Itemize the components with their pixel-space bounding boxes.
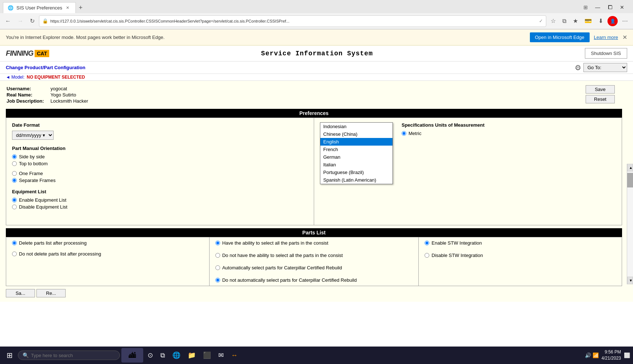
- enable-stw-label: Enable STW Integration: [431, 240, 482, 246]
- search-input[interactable]: [31, 353, 104, 358]
- bottom-save-button[interactable]: Sa...: [6, 289, 35, 297]
- taskbar-search[interactable]: 🔍: [18, 351, 120, 360]
- scroll-down-button[interactable]: ▼: [627, 277, 633, 284]
- realname-label: Real Name:: [7, 92, 50, 98]
- auto-select-ccr-label: Automatically select parts for Caterpill…: [222, 265, 342, 270]
- learn-more-link[interactable]: Learn more: [594, 35, 618, 40]
- one-frame-label: One Frame: [19, 171, 43, 176]
- delete-parts-option[interactable]: Delete parts list after processing: [12, 240, 203, 246]
- language-option-chinese[interactable]: Chinese (China): [320, 130, 392, 138]
- download-icon[interactable]: ⬇: [596, 16, 605, 26]
- language-dropdown[interactable]: Indonesian Chinese (China) English Frenc…: [320, 122, 393, 184]
- enable-stw-option[interactable]: Enable STW Integration: [425, 240, 616, 246]
- taskbar-right: 🔊 📶 9:56 PM 4/21/2023 ⬜: [585, 349, 630, 361]
- close-window-button[interactable]: ✕: [617, 3, 627, 12]
- auto-select-ccr-option[interactable]: Automatically select parts for Caterpill…: [215, 265, 413, 270]
- frame-radio-group: One Frame Separate Frames: [12, 171, 308, 183]
- model-back-link[interactable]: ◄ Model:: [6, 75, 24, 80]
- change-product-link[interactable]: Change Product/Part Configuration: [6, 65, 85, 70]
- scroll-thumb[interactable]: [627, 173, 633, 187]
- clock-display[interactable]: 9:56 PM 4/21/2023: [602, 349, 621, 361]
- reset-button[interactable]: Reset: [586, 95, 615, 103]
- grid-icon: ⊞: [581, 3, 591, 12]
- preferences-section-header: Preferences: [6, 109, 622, 118]
- widgets-button[interactable]: ⧉: [157, 350, 168, 361]
- minimize-button[interactable]: —: [592, 3, 603, 12]
- language-option-german[interactable]: German: [320, 153, 392, 161]
- disable-stw-label: Disable STW Integration: [431, 253, 483, 258]
- model-bar: ◄ Model: NO EQUIPMENT SELECTED: [0, 74, 633, 81]
- shutdown-sis-button[interactable]: Shutdown SIS: [585, 48, 627, 59]
- refresh-button[interactable]: ↻: [28, 16, 37, 26]
- goto-area: ⚙ Go To:: [575, 63, 627, 72]
- parts-col3: Enable STW Integration Disable STW Integ…: [419, 237, 622, 286]
- forward-button[interactable]: →: [15, 16, 26, 26]
- logo-area: FINNING CAT: [6, 49, 49, 58]
- address-input[interactable]: [50, 19, 537, 23]
- top-to-bottom-label: Top to bottom: [19, 161, 48, 166]
- language-option-italian[interactable]: Italian: [320, 161, 392, 169]
- preferences-table: Date Format dd/mm/yyyy ▾ mm/dd/yyyy yyyy…: [6, 118, 622, 225]
- notification-button[interactable]: ⬜: [624, 352, 630, 358]
- wallet-icon[interactable]: 💳: [582, 16, 594, 26]
- part-manual-label: Part Manual Orientation: [12, 146, 308, 151]
- language-option-spanish[interactable]: Spanish (Latin American): [320, 176, 392, 184]
- back-button[interactable]: ←: [3, 16, 13, 26]
- disable-stw-option[interactable]: Disable STW Integration: [425, 253, 616, 258]
- scroll-up-button[interactable]: ▲: [627, 164, 633, 171]
- split-view-icon[interactable]: ⧉: [560, 16, 568, 26]
- ie-banner-close-button[interactable]: ✕: [622, 34, 627, 41]
- task-view-button[interactable]: ⊙: [145, 350, 156, 361]
- taskbar-thumbnail[interactable]: 🏙: [121, 348, 143, 363]
- specs-units-label: Specifications Units of Measurement: [402, 122, 622, 128]
- date-format-select[interactable]: dd/mm/yyyy ▾ mm/dd/yyyy yyyy/mm/dd: [12, 131, 54, 140]
- select-all-parts-option[interactable]: Have the ability to select all the parts…: [215, 240, 413, 246]
- tab-close-btn[interactable]: ✕: [65, 5, 70, 11]
- favorites-icon[interactable]: ★: [571, 16, 580, 26]
- settings-gear-icon[interactable]: ⚙: [575, 63, 581, 72]
- star-icon[interactable]: ☆: [548, 16, 558, 26]
- language-option-portuguese[interactable]: Portuguese (Brazil): [320, 169, 392, 176]
- parts-list-table: Delete parts list after processing Do no…: [6, 237, 622, 286]
- nav-bar: ← → ↻ 🔒 ✓ ☆ ⧉ ★ 💳 ⬇ 👤 ⋯: [0, 13, 633, 29]
- no-auto-select-ccr-option[interactable]: Do not automatically select parts for Ca…: [215, 277, 413, 283]
- no-delete-parts-option[interactable]: Do not delete parts list after processin…: [12, 251, 203, 257]
- disable-equipment-option[interactable]: Disable Equipment List: [12, 204, 308, 210]
- enable-equipment-option[interactable]: Enable Equipment List: [12, 197, 308, 203]
- edge-taskbar-icon[interactable]: 🌐: [169, 350, 183, 361]
- tab-bar: 🌐 SIS User Preferences ✕ + ⊞ — ⧠ ✕: [0, 0, 633, 13]
- no-select-all-parts-label: Do not have the ability to select all th…: [222, 253, 343, 258]
- metric-option[interactable]: Metric: [402, 131, 622, 136]
- no-select-all-parts-option[interactable]: Do not have the ability to select all th…: [215, 253, 413, 258]
- store-taskbar-icon[interactable]: ⬛: [200, 350, 214, 361]
- profile-icon[interactable]: 👤: [607, 16, 618, 26]
- side-by-side-option[interactable]: Side by side: [12, 154, 308, 159]
- system-tray-icons: 🔊 📶: [585, 352, 599, 358]
- new-tab-button[interactable]: +: [76, 3, 86, 13]
- open-in-edge-button[interactable]: Open in Microsoft Edge: [530, 32, 590, 42]
- save-button[interactable]: Save: [586, 85, 615, 94]
- one-frame-option[interactable]: One Frame: [12, 171, 308, 176]
- separate-frames-option[interactable]: Separate Frames: [12, 178, 308, 183]
- metric-label: Metric: [409, 131, 421, 136]
- vertical-scrollbar[interactable]: ▲ ▼: [627, 164, 633, 284]
- explorer-taskbar-icon[interactable]: 📁: [185, 350, 199, 361]
- top-to-bottom-option[interactable]: Top to bottom: [12, 161, 308, 166]
- specs-units-area: Specifications Units of Measurement Metr…: [394, 122, 622, 136]
- language-option-english[interactable]: English: [320, 138, 392, 146]
- menu-button[interactable]: ⋯: [620, 16, 630, 26]
- browser-chrome: 🌐 SIS User Preferences ✕ + ⊞ — ⧠ ✕ ← → ↻…: [0, 0, 633, 29]
- restore-button[interactable]: ⧠: [605, 3, 616, 12]
- app-toolbar: Change Product/Part Configuration ⚙ Go T…: [0, 62, 633, 74]
- active-tab[interactable]: 🌐 SIS User Preferences ✕: [3, 2, 76, 13]
- parts-col1: Delete parts list after processing Do no…: [6, 237, 210, 286]
- mail-taskbar-icon[interactable]: ✉: [215, 350, 227, 361]
- address-bar[interactable]: 🔒 ✓: [39, 15, 546, 27]
- start-button[interactable]: ⊞: [3, 349, 16, 362]
- language-option-indonesian[interactable]: Indonesian: [320, 123, 392, 130]
- language-option-french[interactable]: French: [320, 146, 392, 153]
- app-taskbar-icon[interactable]: ↔: [228, 350, 241, 361]
- bottom-reset-button[interactable]: Re...: [36, 289, 66, 297]
- goto-select[interactable]: Go To:: [583, 63, 627, 72]
- no-auto-select-ccr-label: Do not automatically select parts for Ca…: [222, 277, 357, 283]
